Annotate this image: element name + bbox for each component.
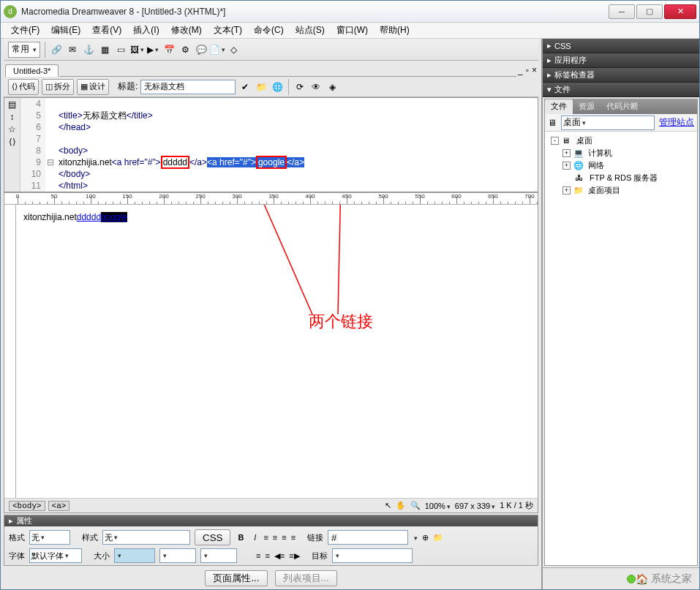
size-select[interactable]	[114, 548, 155, 563]
visual-aids-icon[interactable]: ◈	[325, 80, 339, 94]
css-button[interactable]: CSS	[195, 529, 230, 545]
menu-modify[interactable]: 修改(M)	[167, 23, 206, 38]
color-swatch[interactable]	[200, 548, 237, 563]
design-link-2[interactable]: google	[101, 212, 127, 222]
menu-help[interactable]: 帮助(H)	[375, 23, 414, 38]
tree-row[interactable]: -🖥桌面	[548, 135, 694, 147]
code-tool-icon[interactable]: ▤	[8, 99, 16, 110]
list-item-button[interactable]: 列表项目...	[275, 570, 337, 586]
browse-folder-icon[interactable]: 📁	[433, 533, 443, 542]
tag-a[interactable]: <a>	[48, 501, 70, 511]
insert-category-select[interactable]: 常用	[8, 42, 40, 58]
hyperlink-icon[interactable]: 🔗	[50, 43, 63, 56]
code-tool-icon[interactable]: ⟨⟩	[9, 137, 16, 147]
page-properties-button[interactable]: 页面属性...	[205, 570, 267, 586]
anchor-icon[interactable]: ⚓	[82, 43, 95, 56]
font-select[interactable]: 默认字体	[29, 548, 82, 563]
maximize-button[interactable]: ▢	[636, 4, 663, 19]
indent-icon[interactable]: ≡▶	[289, 551, 299, 561]
menu-file[interactable]: 文件(F)	[7, 23, 44, 38]
code-view-button[interactable]: ⟨⟩代码	[8, 79, 39, 95]
menu-insert[interactable]: 插入(I)	[129, 23, 163, 38]
menu-view[interactable]: 查看(V)	[88, 23, 126, 38]
bold-button[interactable]: B	[235, 533, 246, 542]
accordion-css[interactable]: ▸ CSS	[543, 39, 699, 53]
expander-icon[interactable]: +	[562, 162, 571, 170]
email-icon[interactable]: ✉	[66, 43, 79, 56]
link-history-icon[interactable]	[413, 533, 418, 542]
file-tab-snippets[interactable]: 代码片断	[601, 99, 644, 114]
image-icon[interactable]: 🖼	[130, 43, 143, 56]
expander-icon[interactable]: -	[551, 137, 559, 145]
file-tab-assets[interactable]: 资源	[573, 99, 601, 114]
properties-header[interactable]: ▸ 属性	[4, 515, 538, 526]
code-pane[interactable]: ▤ ↕ ☆ ⟨⟩ 4 5<title>无标题文档</title> 6</head…	[4, 98, 538, 193]
design-link-1[interactable]: ddddd	[77, 212, 101, 222]
pointer-icon[interactable]: ↖	[385, 501, 391, 510]
tree-row[interactable]: +🌐网络	[548, 159, 694, 172]
script-icon[interactable]: ◇	[227, 43, 240, 56]
date-icon[interactable]: 📅	[162, 43, 176, 56]
tree-row[interactable]: +💻计算机	[548, 147, 694, 159]
server-icon[interactable]: ⚙	[178, 43, 192, 56]
target-select[interactable]	[332, 548, 413, 563]
menu-window[interactable]: 窗口(W)	[332, 23, 372, 38]
accordion-files[interactable]: ▾ 文件	[543, 83, 699, 97]
zoom-icon[interactable]: 🔍	[410, 501, 421, 510]
comment-icon[interactable]: 💬	[195, 43, 208, 56]
accordion-app[interactable]: ▸ 应用程序	[543, 53, 699, 68]
close-button[interactable]: ✕	[664, 4, 696, 19]
preview-icon[interactable]: 🌐	[271, 80, 284, 94]
code-tool-icon[interactable]: ☆	[8, 124, 16, 135]
layer-icon[interactable]: ▭	[114, 43, 127, 56]
design-body[interactable]: xitonzhijia.netdddddgoogle 两个链接	[16, 205, 538, 498]
split-view-button[interactable]: ◫拆分	[42, 79, 74, 95]
align-justify-icon[interactable]: ≡	[291, 533, 296, 542]
outdent-icon[interactable]: ◀≡	[274, 551, 285, 561]
format-select[interactable]: 无	[29, 530, 70, 545]
align-center-icon[interactable]: ≡	[273, 533, 277, 542]
accordion-tag[interactable]: ▸ 标签检查器	[543, 68, 699, 83]
file-mgmt-icon[interactable]: 📁	[255, 80, 268, 94]
point-to-file-icon[interactable]: ⊕	[422, 533, 429, 542]
table-icon[interactable]: ▦	[98, 43, 111, 56]
window-size[interactable]: 697 x 339	[455, 502, 495, 510]
site-select[interactable]: 桌面	[561, 116, 655, 130]
menu-site[interactable]: 站点(S)	[291, 23, 329, 38]
doc-close-icon[interactable]: ×	[532, 65, 537, 75]
validate-icon[interactable]: ✔	[238, 80, 252, 94]
ul-icon[interactable]: ≡	[256, 551, 260, 560]
doc-restore-icon[interactable]: ▫	[526, 65, 529, 75]
tree-row[interactable]: +📁桌面项目	[548, 184, 694, 197]
design-view-button[interactable]: ▦设计	[77, 79, 109, 95]
size-unit-select[interactable]	[159, 548, 196, 563]
tree-row[interactable]: 🖧FTP & RDS 服务器	[548, 172, 694, 184]
code-editor[interactable]: 4 5<title>无标题文档</title> 6</head> 7 8<bod…	[20, 98, 538, 192]
media-icon[interactable]: ▶	[146, 43, 159, 56]
align-right-icon[interactable]: ≡	[282, 533, 286, 542]
doc-minimize-icon[interactable]: _	[518, 65, 523, 75]
menu-command[interactable]: 命令(C)	[249, 23, 288, 38]
head-icon[interactable]: 📄	[211, 43, 224, 56]
ol-icon[interactable]: ≡	[265, 551, 269, 560]
view-options-icon[interactable]: 👁	[309, 80, 323, 94]
expander-icon[interactable]: +	[562, 186, 571, 194]
hand-icon[interactable]: ✋	[396, 501, 406, 510]
manage-sites-link[interactable]: 管理站点	[659, 116, 694, 129]
menu-text[interactable]: 文本(T)	[209, 23, 246, 38]
doc-tab[interactable]: Untitled-3*	[5, 64, 59, 77]
style-select[interactable]: 无	[102, 530, 190, 545]
expander-icon[interactable]: +	[562, 149, 571, 157]
zoom-value[interactable]: 100%	[425, 502, 451, 510]
file-tab-files[interactable]: 文件	[545, 99, 573, 114]
menu-edit[interactable]: 编辑(E)	[47, 23, 85, 38]
refresh-icon[interactable]: ⟳	[293, 80, 306, 94]
code-tool-icon[interactable]: ↕	[10, 112, 15, 122]
page-title-input[interactable]	[140, 80, 236, 94]
align-left-icon[interactable]: ≡	[263, 533, 268, 542]
tag-body[interactable]: <body>	[9, 501, 45, 511]
italic-button[interactable]: I	[251, 533, 259, 542]
file-tree[interactable]: -🖥桌面+💻计算机+🌐网络🖧FTP & RDS 服务器+📁桌面项目	[545, 132, 697, 565]
design-pane[interactable]: xitonzhijia.netdddddgoogle 两个链接	[4, 205, 538, 498]
minimize-button[interactable]: ─	[609, 4, 635, 19]
